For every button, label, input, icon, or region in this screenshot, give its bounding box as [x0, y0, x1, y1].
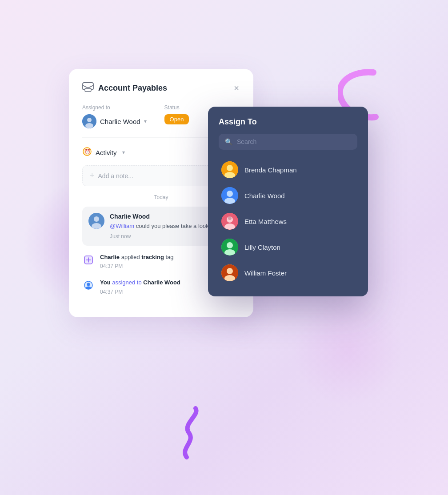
user-item-brenda[interactable]: Brenda Chapman — [219, 157, 357, 183]
add-note-plus-icon: + — [90, 171, 95, 180]
activity-log-text-1: Charlie applied tracking tag 04:37 PM — [100, 253, 174, 271]
assign-to-popup: Assign To 🔍 Brenda Chapman — [208, 107, 368, 296]
brenda-name: Brenda Chapman — [244, 166, 297, 174]
actor-2: You — [100, 279, 111, 286]
charlie-name: Charlie Wood — [244, 192, 285, 200]
actor-1: Charlie — [100, 254, 120, 260]
charlie-popup-avatar — [221, 187, 238, 204]
search-icon: 🔍 — [225, 138, 232, 145]
activity-title: Activity — [96, 149, 117, 156]
search-input[interactable] — [237, 138, 351, 145]
status-field: Status Open — [164, 104, 189, 124]
mention-tag: @William — [110, 223, 134, 229]
svg-point-25 — [227, 242, 233, 248]
card-title: Account Payables — [98, 84, 167, 93]
activity-icon: ⏰ — [82, 147, 92, 158]
brenda-avatar — [221, 161, 238, 178]
svg-point-18 — [227, 191, 233, 197]
assigned-label: Assigned to — [82, 104, 147, 111]
user-item-charlie[interactable]: Charlie Wood — [219, 183, 357, 208]
close-button[interactable]: × — [233, 83, 240, 93]
assigned-to-field: Assigned to Charlie Wood ▾ — [82, 104, 147, 128]
tag-activity-icon — [82, 254, 95, 266]
inbox-icon — [82, 82, 94, 94]
user-item-william[interactable]: William Foster — [219, 260, 357, 286]
william-avatar — [221, 264, 238, 281]
user-item-etta[interactable]: Etta Matthews — [219, 208, 357, 234]
user-list: Brenda Chapman Charlie Wood — [219, 157, 357, 286]
card-title-row: Account Payables — [82, 82, 167, 94]
svg-point-12 — [87, 283, 90, 286]
add-note-placeholder: Add a note... — [98, 172, 133, 180]
status-badge[interactable]: Open — [164, 114, 189, 124]
object-1: tracking — [141, 254, 164, 260]
person-activity-icon — [82, 279, 95, 291]
time-2: 04:37 PM — [100, 288, 180, 296]
activity-log-text-2: You assigned to Charlie Wood 04:37 PM — [100, 278, 180, 296]
time-1: 04:37 PM — [100, 262, 174, 270]
popup-title: Assign To — [219, 117, 357, 127]
status-label: Status — [164, 104, 189, 111]
user-item-lilly[interactable]: Lilly Clayton — [219, 234, 357, 260]
svg-point-8 — [94, 216, 99, 222]
card-header: Account Payables × — [82, 82, 240, 94]
etta-name: Etta Matthews — [244, 218, 287, 225]
svg-point-23 — [228, 216, 232, 220]
svg-text:⏰: ⏰ — [84, 148, 91, 155]
william-name: William Foster — [244, 269, 287, 277]
bg-blob-pink — [292, 295, 404, 406]
svg-point-4 — [85, 123, 93, 128]
chevron-down-icon: ▾ — [144, 118, 147, 124]
svg-point-13 — [86, 287, 91, 289]
decorative-squiggle-bottom — [173, 406, 209, 459]
lilly-name: Lilly Clayton — [244, 244, 280, 251]
svg-point-28 — [227, 268, 233, 274]
etta-avatar — [221, 213, 238, 230]
message-author-avatar — [88, 213, 104, 229]
svg-point-3 — [87, 118, 92, 122]
charlie-avatar — [82, 114, 96, 128]
assignee-name: Charlie Wood — [100, 118, 140, 125]
activity-chevron-icon[interactable]: ▾ — [122, 149, 125, 156]
assignee-control[interactable]: Charlie Wood ▾ — [82, 114, 147, 128]
object-2: Charlie Wood — [143, 279, 180, 286]
svg-point-15 — [227, 165, 233, 171]
search-box[interactable]: 🔍 — [219, 134, 357, 150]
lilly-avatar — [221, 239, 238, 255]
svg-rect-1 — [85, 88, 91, 92]
